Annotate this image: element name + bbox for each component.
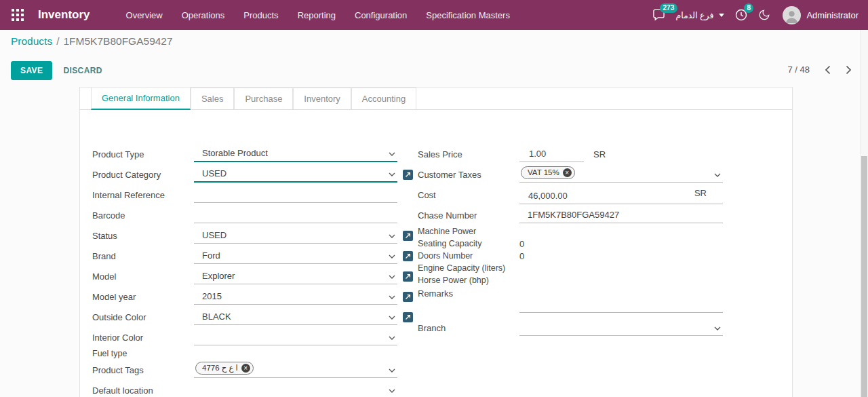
field-brand-dropdown[interactable]: Ford (194, 248, 397, 264)
field-value (202, 189, 387, 200)
breadcrumb-separator: / (56, 35, 59, 47)
menu-item-overview[interactable]: Overview (117, 5, 172, 25)
grid-icon (12, 9, 24, 21)
field-barcode-input[interactable] (194, 208, 397, 223)
amount-value-box[interactable]: 1.00 (519, 147, 584, 162)
messages-button[interactable]: 273 (652, 9, 665, 21)
field-label-product-category: Product Category (92, 170, 194, 180)
remove-tag-icon[interactable]: × (241, 364, 250, 373)
vertical-scrollbar[interactable] (860, 30, 868, 397)
menu-item-reporting[interactable]: Reporting (289, 5, 344, 25)
chevron-down-icon (389, 368, 395, 373)
external-link-button-model-year[interactable] (403, 292, 413, 302)
field-cost-input[interactable]: 46,000.00SR (519, 186, 723, 204)
pager-next-icon[interactable] (846, 65, 852, 75)
field-remarks-input[interactable] (519, 286, 723, 313)
field-row-brand: BrandFord (92, 246, 422, 266)
currency-label: SR (593, 149, 606, 162)
field-label-outside-color: Outside Color (92, 312, 194, 322)
menu-item-products[interactable]: Products (235, 5, 287, 25)
field-value: 0 (519, 239, 524, 249)
field-row-product-category: Product CategoryUSED (92, 164, 422, 185)
external-link-button-brand[interactable] (403, 251, 413, 261)
field-internal-reference-input[interactable] (194, 187, 397, 203)
menu-item-specification-masters[interactable]: Specification Masters (417, 5, 519, 25)
field-interior-color-dropdown[interactable] (194, 330, 397, 345)
discard-button[interactable]: DISCARD (63, 66, 102, 75)
field-value (202, 210, 387, 220)
field-label-customer-taxes: Customer Taxes (418, 170, 519, 180)
arrow-icon (405, 294, 411, 300)
field-value: 0 (519, 251, 524, 261)
tab-general-information[interactable]: General Information (91, 87, 191, 110)
tab-accounting[interactable]: Accounting (351, 88, 416, 109)
pager-previous-icon[interactable] (825, 65, 831, 75)
chevron-down-icon (719, 14, 724, 17)
field-row-product-type: Product TypeStorable Product (92, 144, 422, 164)
record-pager: 7 / 48 (787, 64, 852, 75)
moon-icon (758, 9, 770, 21)
field-row-customer-taxes: Customer TaxesVAT 15%× (418, 164, 747, 185)
field-row-branch: Branch (418, 318, 747, 338)
apps-grid-icon[interactable] (9, 7, 26, 23)
field-status-dropdown[interactable]: USED (194, 228, 397, 244)
external-link-button-model[interactable] (403, 271, 413, 282)
field-label-machine-power: Machine Power (418, 227, 519, 236)
save-button[interactable]: SAVE (11, 61, 52, 80)
field-product-category-dropdown[interactable]: USED (194, 166, 397, 183)
user-menu[interactable]: Administrator (783, 6, 859, 24)
menu-item-operations[interactable]: Operations (173, 5, 234, 25)
field-label-default-location: Default location (92, 385, 194, 396)
field-row-fuel-type: Fuel type (92, 347, 422, 360)
remove-tag-icon[interactable]: × (563, 168, 572, 177)
external-link-button-product-category[interactable] (403, 170, 413, 180)
action-buttons: SAVE DISCARD (11, 61, 102, 80)
breadcrumb-products-link[interactable]: Products (11, 35, 52, 47)
scrollbar-thumb[interactable] (861, 156, 867, 397)
messages-badge: 273 (660, 3, 678, 13)
field-row-product-tags: Product Tags4776 ا ع ح× (92, 360, 422, 380)
field-doors-number-input[interactable]: 0 (519, 251, 723, 261)
external-link-button-outside-color[interactable] (403, 312, 413, 322)
field-label-barcode: Barcode (92, 210, 194, 221)
field-default-location-dropdown[interactable] (194, 383, 397, 397)
field-model-year-dropdown[interactable]: 2015 (194, 289, 397, 305)
field-seating-capacity-input[interactable]: 0 (519, 239, 723, 249)
app-name[interactable]: Inventory (38, 8, 90, 22)
tab-purchase[interactable]: Purchase (234, 88, 293, 109)
field-row-default-location: Default location (92, 380, 422, 397)
field-label-horse-power-bhp: Horse Power (bhp) (418, 276, 519, 285)
arrow-icon (405, 273, 411, 280)
field-branch-dropdown[interactable] (519, 320, 723, 336)
branch-label: فرع الدمام (676, 10, 714, 20)
page: Inventory OverviewOperationsProductsRepo… (0, 0, 868, 397)
arrow-icon (405, 172, 411, 178)
menu-item-configuration[interactable]: Configuration (346, 5, 416, 25)
field-product-tags-input[interactable]: 4776 ا ع ح× (194, 362, 397, 378)
activities-button[interactable]: 8 (735, 9, 747, 21)
field-label-doors-number: Doors Number (418, 251, 519, 261)
field-row-barcode: Barcode (92, 205, 422, 225)
field-outside-color-dropdown[interactable]: BLACK (194, 309, 397, 325)
external-link-button-status[interactable] (403, 231, 413, 241)
field-label-model-year: Model year (92, 292, 194, 302)
tag-pill: 4776 ا ع ح× (195, 362, 254, 375)
field-value: USED (202, 230, 387, 240)
field-value: BLACK (202, 311, 387, 322)
field-model-dropdown[interactable]: Explorer (194, 269, 397, 284)
field-label-brand: Brand (92, 251, 194, 261)
field-sales-price-input[interactable]: 1.00SR (519, 147, 723, 162)
tab-inventory[interactable]: Inventory (293, 88, 351, 109)
chevron-down-icon (389, 389, 395, 394)
form-right-column: Sales Price1.00SRCustomer TaxesVAT 15%×C… (418, 144, 747, 338)
field-customer-taxes-input[interactable]: VAT 15%× (519, 166, 723, 183)
field-value: 46,000.00 (528, 191, 568, 201)
branch-selector[interactable]: فرع الدمام (676, 10, 725, 20)
field-chase-number-input[interactable]: 1FM5K7B80FGA59427 (519, 208, 723, 223)
tab-sales[interactable]: Sales (191, 88, 235, 109)
field-value: USED (202, 168, 387, 178)
field-label-status: Status (92, 231, 194, 241)
dark-mode-toggle[interactable] (758, 9, 770, 21)
field-product-type-dropdown[interactable]: Storable Product (194, 146, 397, 162)
form-left-column: Product TypeStorable ProductProduct Cate… (92, 144, 422, 397)
